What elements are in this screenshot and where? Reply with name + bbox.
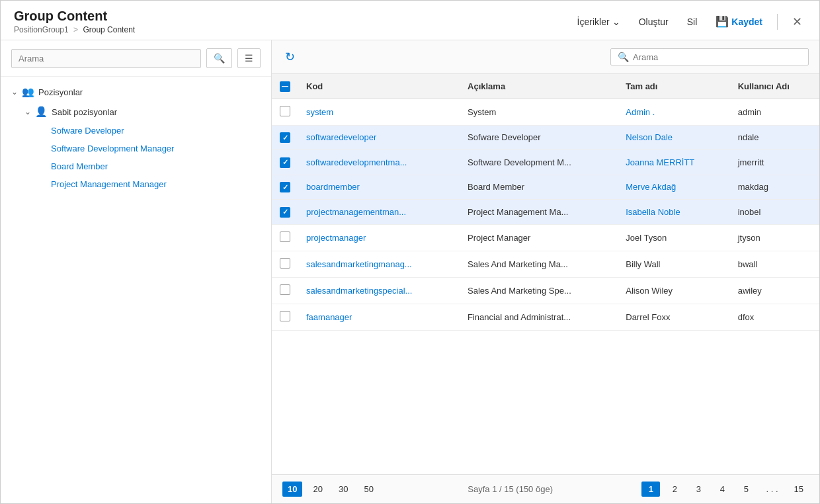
person-icon: 👤 (35, 106, 48, 118)
right-search-box[interactable]: 🔍 (610, 48, 809, 65)
row-username: dfox (730, 304, 819, 330)
row-description: System (460, 99, 618, 125)
row-checkbox[interactable] (280, 106, 290, 116)
row-checkbox-cell[interactable] (272, 175, 298, 200)
table-header-row: Kod Açıklama Tam adı Kullanıcı Adı (272, 74, 819, 99)
page-size-10[interactable]: 10 (282, 482, 302, 497)
sidebar-icon: ☰ (245, 53, 253, 63)
page-size-20[interactable]: 20 (308, 482, 327, 497)
breadcrumb: PositionGroup1 > Group Content (14, 25, 135, 34)
checkbox-header-cell[interactable] (272, 74, 298, 99)
table-row: systemSystemAdmin .admin (272, 99, 819, 125)
row-code: faamanager (298, 304, 460, 330)
col-tamadi: Tam adı (618, 74, 729, 99)
sidebar-toggle-button[interactable]: ☰ (237, 48, 261, 68)
icerikler-button[interactable]: İçerikler ⌄ (573, 14, 624, 30)
tree-leaf-software-development-manager[interactable]: Software Development Manager (14, 140, 271, 157)
row-username: jtyson (730, 224, 819, 251)
tree-item-pozisyonlar[interactable]: ⌄ 👥 Pozisyonlar (1, 82, 271, 102)
row-checkbox-cell[interactable] (272, 150, 298, 175)
leaf-label-2: Board Member (51, 161, 108, 171)
row-checkbox[interactable] (280, 157, 290, 168)
row-code: boardmember (298, 175, 460, 200)
row-checkbox[interactable] (280, 311, 290, 321)
row-checkbox-cell[interactable] (272, 224, 298, 251)
table-row: softwaredeveloperSofware DeveloperNelson… (272, 125, 819, 150)
table-body: systemSystemAdmin .adminsoftwaredevelope… (272, 99, 819, 330)
row-fullname: Joanna MERRİTT (618, 150, 729, 175)
row-checkbox-cell[interactable] (272, 277, 298, 304)
row-username: jmerritt (730, 150, 819, 175)
row-fullname: Billy Wall (618, 251, 729, 277)
page-15-button[interactable]: 15 (789, 482, 809, 497)
table-row: projectmanagerProject ManagerJoel Tysonj… (272, 224, 819, 251)
row-checkbox[interactable] (280, 182, 290, 192)
table-row: faamanagerFinancial and Administrat...Da… (272, 304, 819, 330)
row-description: Board Member (460, 175, 618, 200)
row-checkbox-cell[interactable] (272, 99, 298, 125)
row-checkbox[interactable] (280, 207, 290, 218)
right-search-input[interactable] (633, 52, 801, 62)
tree-item-sabit-label: Sabit pozisyonlar (52, 107, 117, 117)
row-checkbox-cell[interactable] (272, 251, 298, 277)
chevron-down-icon: ⌄ (612, 17, 620, 27)
toggle-icon-sabit: ⌄ (24, 107, 35, 116)
row-fullname: Darrel Foxx (618, 304, 729, 330)
breadcrumb-parent: PositionGroup1 (14, 25, 69, 34)
page-size-50[interactable]: 50 (358, 482, 378, 497)
refresh-icon: ↻ (285, 50, 295, 63)
row-username: awiley (730, 277, 819, 304)
page-2-button[interactable]: 2 (665, 482, 684, 497)
pagination: 10 20 30 50 Sayfa 1 / 15 (150 öge) 1 2 3… (272, 474, 819, 503)
row-checkbox[interactable] (280, 258, 290, 269)
breadcrumb-separator: > (73, 25, 78, 34)
page-3-button[interactable]: 3 (689, 482, 708, 497)
page-info: Sayfa 1 / 15 (150 öge) (384, 484, 637, 494)
table-row: salesandmarketingmanag...Sales And Marke… (272, 251, 819, 277)
row-code: system (298, 99, 460, 125)
page-title: Group Content (14, 9, 135, 24)
page-size-30[interactable]: 30 (333, 482, 353, 497)
tree-item-sabit-pozisyonlar[interactable]: ⌄ 👤 Sabit pozisyonlar (14, 102, 271, 122)
table-row: softwaredevelopmentma...Software Develop… (272, 150, 819, 175)
row-code: softwaredeveloper (298, 125, 460, 150)
row-fullname: Alison Wiley (618, 277, 729, 304)
sil-button[interactable]: Sil (683, 14, 702, 30)
search-icon: 🔍 (214, 53, 225, 63)
olustur-button[interactable]: Oluştur (635, 14, 673, 30)
table-row: projectmanagementman...Project Managemen… (272, 200, 819, 225)
breadcrumb-current: Group Content (83, 25, 135, 34)
refresh-button[interactable]: ↻ (282, 47, 298, 67)
row-code: projectmanagementman... (298, 200, 460, 225)
row-checkbox[interactable] (280, 231, 290, 242)
data-table: Kod Açıklama Tam adı Kullanıcı Adı syste… (272, 74, 819, 331)
row-fullname: Joel Tyson (618, 224, 729, 251)
page-4-button[interactable]: 4 (713, 482, 731, 497)
row-checkbox-cell[interactable] (272, 304, 298, 330)
row-code: projectmanager (298, 224, 460, 251)
page-1-button[interactable]: 1 (641, 482, 660, 497)
close-button[interactable]: ✕ (788, 13, 806, 30)
tree-container: ⌄ 👥 Pozisyonlar ⌄ 👤 Sabit pozisyonlar So… (1, 77, 271, 503)
tree-leaf-board-member[interactable]: Board Member (14, 157, 271, 175)
search-button[interactable]: 🔍 (206, 48, 232, 68)
row-checkbox-cell[interactable] (272, 200, 298, 225)
col-kullanici: Kullanıcı Adı (730, 74, 819, 99)
header-actions: İçerikler ⌄ Oluştur Sil 💾 Kaydet ✕ (573, 13, 806, 30)
table-container: Kod Açıklama Tam adı Kullanıcı Adı syste… (272, 74, 819, 474)
body: 🔍 ☰ ⌄ 👥 Pozisyonlar ⌄ 👤 (1, 40, 819, 503)
row-checkbox-cell[interactable] (272, 125, 298, 150)
kaydet-button[interactable]: 💾 Kaydet (712, 13, 766, 30)
sil-label: Sil (687, 17, 698, 27)
olustur-label: Oluştur (639, 17, 669, 27)
row-description: Project Manager (460, 224, 618, 251)
page-5-button[interactable]: 5 (737, 482, 755, 497)
search-input[interactable] (11, 49, 201, 68)
tree-leaf-project-management-manager[interactable]: Project Management Manager (14, 175, 271, 193)
header-checkbox[interactable] (280, 81, 290, 92)
tree-leaf-sofware-developer[interactable]: Sofware Developer (14, 122, 271, 140)
toggle-icon: ⌄ (11, 87, 22, 97)
row-checkbox[interactable] (280, 284, 290, 295)
row-checkbox[interactable] (280, 132, 290, 143)
row-description: Sofware Developer (460, 125, 618, 150)
